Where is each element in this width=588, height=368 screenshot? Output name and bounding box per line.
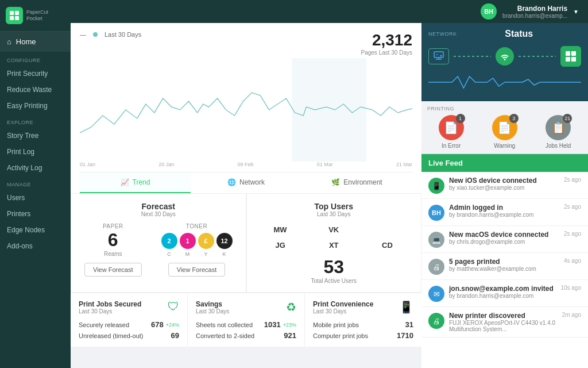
tab-trend[interactable]: 📈 Trend bbox=[80, 172, 191, 193]
dashboard: — Last 30 Days 2,312 Pages Last 30 Days bbox=[71, 23, 421, 368]
sidebar-item-users[interactable]: Users bbox=[0, 190, 71, 206]
svg-rect-10 bbox=[566, 51, 570, 56]
feed-icon-ios: 📱 bbox=[428, 178, 444, 194]
feed-content-invited: jon.snow@example.com invited by brandon.… bbox=[449, 285, 556, 299]
sidebar-item-print-log[interactable]: Print Log bbox=[0, 144, 71, 160]
panels-row: Forecast Next 30 Days PAPER 6 Reams View… bbox=[71, 193, 421, 293]
logo-area: PaperCut Pocket bbox=[0, 0, 71, 32]
feed-icon-invited: ✉ bbox=[428, 286, 444, 302]
toner-letter-c: C bbox=[161, 251, 177, 257]
print-icon-warning[interactable]: 📄 3 Warning bbox=[492, 115, 517, 149]
manage-section-label: MANAGE bbox=[0, 176, 71, 190]
feed-icon-printer: 🖨 bbox=[428, 313, 444, 329]
stat-card-savings: Savings Last 30 Days ♻ Sheets not collec… bbox=[188, 293, 305, 347]
chart-legend: — Last 30 Days bbox=[80, 31, 141, 38]
paper-section: PAPER 6 Reams View Forecast bbox=[84, 223, 142, 277]
user-code-jg: JG bbox=[255, 239, 306, 252]
sidebar-item-label: Activity Log bbox=[7, 164, 42, 172]
stat-value-computer: 1710 bbox=[397, 331, 413, 340]
user-code-mw: MW bbox=[255, 223, 306, 236]
stat-label-secured: Securely released bbox=[79, 321, 129, 328]
stat-value-unreleased: 69 bbox=[171, 331, 179, 340]
chart-container: — Last 30 Days 2,312 Pages Last 30 Days bbox=[71, 23, 421, 193]
svg-rect-13 bbox=[571, 57, 576, 62]
feed-time-pages: 4s ago bbox=[564, 258, 581, 264]
view-forecast-toner-button[interactable]: View Forecast bbox=[168, 263, 226, 277]
svg-rect-4 bbox=[292, 58, 366, 162]
x-label-0: 01 Jan bbox=[80, 162, 95, 167]
feed-time-macos: 2s ago bbox=[564, 231, 581, 237]
x-label-4: 21 Mar bbox=[396, 162, 412, 167]
feed-sub-ios: by xiao.tucker@example.com bbox=[449, 185, 559, 191]
sidebar-home[interactable]: ⌂ Home bbox=[0, 32, 71, 52]
chart-big-number: 2,312 bbox=[361, 31, 413, 49]
feed-title-admin: Admin logged in bbox=[449, 204, 559, 212]
total-users-label: Total Active Users bbox=[255, 278, 413, 284]
sidebar: PaperCut Pocket ⌂ Home CONFIGURE Print S… bbox=[0, 0, 71, 368]
svg-point-7 bbox=[440, 55, 442, 57]
user-avatar: BH bbox=[481, 3, 497, 20]
wifi-icon bbox=[496, 47, 514, 66]
tab-environment[interactable]: 🌿 Environment bbox=[301, 172, 412, 193]
sidebar-item-label: Add-ons bbox=[7, 242, 33, 250]
toner-letter-k: K bbox=[216, 251, 233, 257]
feed-sub-admin: by brandon.harris@example.com bbox=[449, 212, 559, 218]
stat-value-mobile: 31 bbox=[405, 320, 413, 329]
right-panel: NETWORK Status bbox=[421, 23, 588, 368]
chevron-down-icon[interactable]: ▼ bbox=[573, 9, 579, 15]
sidebar-item-print-security[interactable]: Print Security bbox=[0, 66, 71, 82]
stat-title-0: Print Jobs Secured bbox=[79, 300, 141, 308]
network-line-left bbox=[454, 56, 491, 57]
warning-circle: 📄 3 bbox=[492, 115, 517, 140]
sidebar-item-easy-printing[interactable]: Easy Printing bbox=[0, 98, 71, 114]
print-icon-held[interactable]: 📋 21 Jobs Held bbox=[546, 115, 571, 149]
error-label: In Error bbox=[439, 143, 464, 149]
toner-letter-y: Y bbox=[198, 251, 214, 257]
sidebar-item-label: Printers bbox=[7, 210, 30, 218]
feed-item-invited: ✉ jon.snow@example.com invited by brando… bbox=[421, 280, 588, 307]
feed-sub-invited: by brandon.harris@example.com bbox=[449, 293, 556, 299]
svg-rect-11 bbox=[571, 51, 576, 56]
feed-item-macos: 💻 New macOS device connected by chris.dr… bbox=[421, 226, 588, 253]
view-forecast-paper-button[interactable]: View Forecast bbox=[84, 263, 142, 277]
heartbeat-line bbox=[428, 74, 581, 93]
feed-title-invited: jon.snow@example.com invited bbox=[449, 285, 556, 293]
tab-environment-label: Environment bbox=[343, 178, 382, 186]
logo-line1: PaperCut bbox=[26, 9, 48, 16]
feed-time-printer: 2m ago bbox=[562, 312, 581, 318]
total-users-number: 53 bbox=[255, 256, 413, 278]
stat-row-computer: Computer print jobs 1710 bbox=[313, 331, 413, 340]
sidebar-item-edge-nodes[interactable]: Edge Nodes bbox=[0, 222, 71, 238]
x-label-1: 20 Jan bbox=[158, 162, 174, 167]
stat-value-secured: 678 bbox=[151, 320, 164, 329]
environment-icon: 🌿 bbox=[331, 178, 340, 186]
tab-network[interactable]: 🌐 Network bbox=[191, 172, 301, 193]
stat-title-1: Savings bbox=[196, 300, 229, 308]
sidebar-item-story-tree[interactable]: Story Tree bbox=[0, 128, 71, 144]
chart-x-labels: 01 Jan 20 Jan 09 Feb 01 Mar 21 Mar bbox=[80, 162, 412, 170]
feed-title-pages: 5 pages printed bbox=[449, 258, 559, 266]
printing-status: PRINTING 📄 1 In Error 📄 3 bbox=[421, 101, 588, 154]
network-node-device bbox=[428, 48, 449, 64]
x-label-2: 09 Feb bbox=[238, 162, 254, 167]
toner-cyan: 2 bbox=[161, 233, 177, 249]
home-icon: ⌂ bbox=[7, 37, 11, 46]
stat-label-mobile: Mobile print jobs bbox=[313, 321, 359, 328]
logo-text: PaperCut Pocket bbox=[26, 9, 48, 22]
savings-icon: ♻ bbox=[286, 300, 296, 314]
held-circle: 📋 21 bbox=[546, 115, 571, 140]
sidebar-item-activity-log[interactable]: Activity Log bbox=[0, 160, 71, 176]
user-code-xt: XT bbox=[308, 239, 359, 252]
feed-time-ios: 2s ago bbox=[564, 177, 581, 183]
toner-letter-m: M bbox=[180, 251, 196, 257]
top-users-title: Top Users bbox=[255, 202, 413, 211]
toner-yellow: £ bbox=[198, 233, 214, 249]
sidebar-item-printers[interactable]: Printers bbox=[0, 206, 71, 222]
sidebar-item-add-ons[interactable]: Add-ons bbox=[0, 238, 71, 254]
sidebar-item-reduce-waste[interactable]: Reduce Waste bbox=[0, 82, 71, 98]
print-icon-error[interactable]: 📄 1 In Error bbox=[439, 115, 464, 149]
legend-line-icon: — bbox=[80, 31, 86, 38]
trend-icon: 📈 bbox=[121, 178, 129, 186]
stat-period-1: Last 30 Days bbox=[196, 308, 229, 315]
stat-change-secured: +24% bbox=[166, 322, 179, 328]
